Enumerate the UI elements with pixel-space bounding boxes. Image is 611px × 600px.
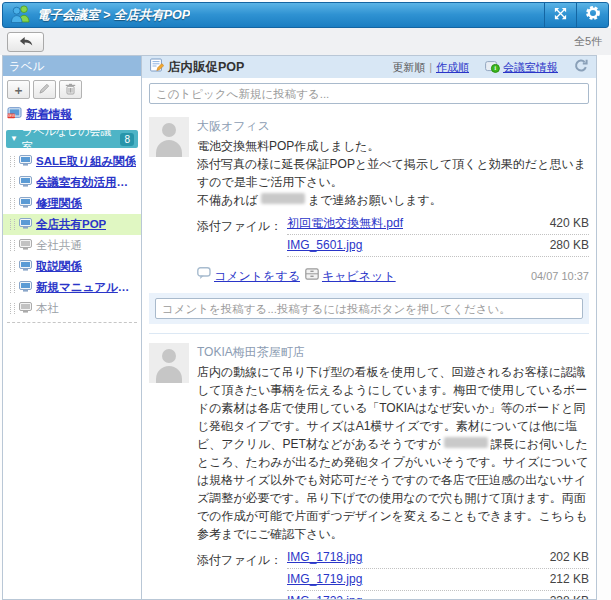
room-group-header[interactable]: ▼ ラベルなしの会議室 8 [6, 130, 138, 148]
toolbar: 全5件 [0, 28, 611, 55]
topic-header-actions: 更新順 | 作成順 i 会議室情報 [392, 59, 588, 75]
expand-icon [553, 6, 568, 25]
new-info-link[interactable]: 新着情報 [26, 107, 72, 122]
delete-label-button[interactable] [59, 80, 82, 99]
sidebar-item-shuri[interactable]: 修理関係 [3, 193, 141, 214]
monitor-icon [19, 197, 32, 210]
drag-handle-icon[interactable] [10, 219, 15, 230]
room-info-icon: i [485, 60, 500, 75]
attachment-file-link[interactable]: IMG_1719.jpg [287, 570, 542, 589]
post-2: TOKIA梅田茶屋町店 店内の動線にて吊り下げ型の看板を使用して、回遊されるお客… [149, 333, 589, 599]
comment-action[interactable]: コメントをする [197, 267, 300, 285]
fullscreen-button[interactable] [544, 3, 576, 27]
sort-created-link[interactable]: 作成順 [436, 60, 469, 75]
attachment-size: 202 KB [542, 548, 589, 567]
room-link[interactable]: 取説関係 [36, 259, 82, 274]
room-link[interactable]: 新規マニュアル関係 [36, 280, 139, 295]
cabinet-icon [305, 267, 319, 285]
add-label-button[interactable]: ＋ [7, 80, 30, 99]
post-text-line: 添付写真の様に延長保証POPと並べて掲示して頂くと効果的だと思いますので是非ご活… [197, 155, 589, 191]
drag-handle-icon[interactable] [10, 282, 15, 293]
room-link[interactable]: SALE取り組み関係 [36, 154, 136, 169]
post-2-body: TOKIA梅田茶屋町店 店内の動線にて吊り下げ型の看板を使用して、回遊されるお客… [197, 343, 589, 599]
drag-handle-icon[interactable] [10, 177, 15, 188]
attachment-row: IMG_5601.jpg280 KB [197, 236, 589, 258]
attachment-file-link[interactable]: IMG_5601.jpg [287, 236, 542, 255]
sidebar-item-zenten-pop[interactable]: 全店共有POP [3, 214, 141, 235]
back-button[interactable] [7, 32, 44, 52]
avatar [149, 343, 189, 383]
cabinet-action[interactable]: キャビネット [305, 267, 396, 285]
post-1-main: 大阪オフィス 電池交換無料POP作成しました。 添付写真の様に延長保証POPと並… [149, 117, 589, 288]
room-link[interactable]: 全店共有POP [36, 217, 106, 232]
topic-panel: 店内販促POP 更新順 | 作成順 i 会議室情報 [142, 56, 596, 599]
attachment-label: 添付ファイル： [197, 217, 287, 236]
trash-icon [65, 83, 76, 97]
gear-icon [585, 5, 601, 25]
label-sidebar: ラベル ＋ [3, 56, 142, 599]
drag-handle-icon[interactable] [10, 261, 15, 272]
sort-updated: 更新順 [392, 60, 425, 75]
post-2-main: TOKIA梅田茶屋町店 店内の動線にて吊り下げ型の看板を使用して、回遊されるお客… [149, 343, 589, 599]
pencil-icon [39, 83, 50, 96]
sidebar-item-sale[interactable]: SALE取り組み関係 [3, 151, 141, 172]
redacted-name [444, 437, 488, 448]
attachments: 添付ファイル： IMG_1718.jpg202 KB IMG_1719.jpg2… [197, 548, 589, 599]
comment-strip [149, 293, 589, 324]
sidebar-item-zensha: 全社共通 [3, 235, 141, 256]
attachment-row: 添付ファイル： 初回電池交換無料.pdf420 KB [197, 214, 589, 236]
sidebar-item-torisetsu[interactable]: 取説関係 [3, 256, 141, 277]
chevron-down-icon: ▼ [10, 135, 18, 143]
new-post-input[interactable] [149, 83, 589, 104]
room-info-link[interactable]: 会議室情報 [503, 60, 558, 75]
attachment-row: IMG_1722.jpg238 KB [197, 592, 589, 599]
comment-input[interactable] [155, 298, 583, 319]
app-titlebar: 電子会議室 > 全店共有POP [2, 2, 609, 28]
room-label: 本社 [36, 301, 59, 316]
post-author: 大阪オフィス [197, 117, 589, 135]
topic-header: 店内販促POP 更新順 | 作成順 i 会議室情報 [142, 56, 596, 78]
svg-text:NEW: NEW [7, 114, 16, 118]
sidebar-divider [7, 322, 137, 323]
sort-divider: | [429, 61, 432, 73]
room-info: i 会議室情報 [485, 60, 558, 75]
topic-icon [150, 58, 164, 76]
new-info-icon: NEW [7, 107, 22, 122]
titlebar-left: 電子会議室 > 全店共有POP [3, 3, 544, 27]
monitor-icon [19, 260, 32, 273]
monitor-icon [19, 155, 32, 168]
post-1: 大阪オフィス 電池交換無料POP作成しました。 添付写真の様に延長保証POPと並… [149, 108, 589, 324]
room-link[interactable]: 会議室有効活用に対す… [36, 175, 139, 190]
monitor-icon [19, 176, 32, 189]
sort-options: 更新順 | 作成順 [392, 60, 469, 75]
attachment-size: 420 KB [542, 214, 589, 233]
attachment-label: 添付ファイル： [197, 551, 287, 570]
drag-handle-icon [10, 240, 15, 251]
group-count-badge: 8 [120, 133, 134, 146]
attachment-file-link[interactable]: 初回電池交換無料.pdf [287, 214, 542, 233]
post-author: TOKIA梅田茶屋町店 [197, 343, 589, 361]
refresh-button[interactable] [574, 59, 588, 75]
room-list: SALE取り組み関係 会議室有効活用に対す… 修理関係 全店共有POP 全社共通 [3, 150, 141, 327]
drag-handle-icon[interactable] [10, 198, 15, 209]
drag-handle-icon[interactable] [10, 156, 15, 167]
post-actions: コメントをする キャビネット 04/07 10:37 [197, 267, 589, 285]
sidebar-item-honsha: 本社 [3, 298, 141, 319]
edit-label-button[interactable] [33, 80, 56, 99]
post-1-body: 大阪オフィス 電池交換無料POP作成しました。 添付写真の様に延長保証POPと並… [197, 117, 589, 288]
settings-button[interactable] [576, 3, 608, 27]
room-link[interactable]: 修理関係 [36, 196, 82, 211]
monitor-icon-grey [19, 302, 32, 315]
monitor-icon [19, 281, 32, 294]
attachment-file-link[interactable]: IMG_1722.jpg [287, 592, 542, 599]
plus-icon: ＋ [13, 84, 25, 96]
attachment-file-link[interactable]: IMG_1718.jpg [287, 548, 542, 567]
sidebar-item-kaigishitsu[interactable]: 会議室有効活用に対す… [3, 172, 141, 193]
main-panels: ラベル ＋ [2, 55, 597, 600]
attachment-size: 212 KB [542, 570, 589, 589]
topic-title: 店内販促POP [168, 59, 244, 76]
avatar [149, 117, 189, 157]
page-title: 電子会議室 > 全店共有POP [37, 7, 190, 24]
sidebar-item-manual[interactable]: 新規マニュアル関係 [3, 277, 141, 298]
post-list: 大阪オフィス 電池交換無料POP作成しました。 添付写真の様に延長保証POPと並… [142, 108, 596, 599]
